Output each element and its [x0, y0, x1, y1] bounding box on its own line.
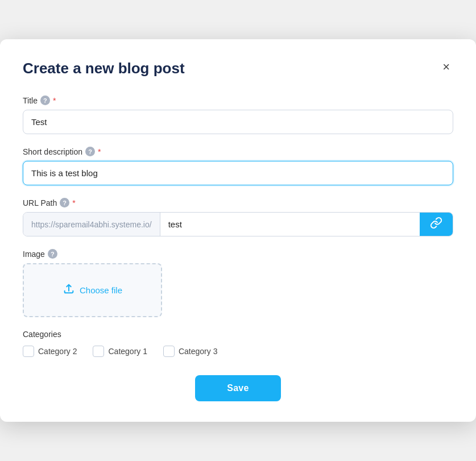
category-2-checkbox[interactable]	[23, 346, 34, 357]
url-path-help-icon[interactable]: ?	[60, 198, 69, 207]
title-group: Title ? *	[23, 95, 453, 134]
url-path-label: URL Path ? *	[23, 198, 453, 207]
image-label: Image ?	[23, 249, 453, 259]
url-path-required-star: *	[72, 198, 75, 207]
modal-title: Create a new blog post	[23, 60, 185, 77]
short-description-input[interactable]	[23, 161, 453, 185]
categories-label: Categories	[23, 330, 453, 339]
short-description-label-text: Short description	[23, 147, 82, 156]
save-button[interactable]: Save	[195, 375, 281, 401]
category-item-3[interactable]: Category 3	[163, 346, 217, 357]
short-description-group: Short description ? *	[23, 147, 453, 185]
title-label-text: Title	[23, 96, 38, 105]
footer-row: Save	[23, 375, 453, 401]
modal: Create a new blog post × Title ? * Short…	[0, 39, 476, 422]
short-description-required-star: *	[98, 147, 101, 156]
image-group: Image ? Choose file	[23, 249, 453, 317]
url-prefix: https://sparemail4abhi.systeme.io/	[23, 213, 160, 236]
categories-group: Categories Category 2 Category 1 Categor…	[23, 330, 453, 357]
title-help-icon[interactable]: ?	[40, 95, 50, 105]
url-path-group: URL Path ? * https://sparemail4abhi.syst…	[23, 198, 453, 236]
url-path-row: https://sparemail4abhi.systeme.io/	[23, 212, 453, 236]
url-link-button[interactable]	[420, 213, 453, 236]
category-2-label: Category 2	[38, 347, 77, 356]
modal-header: Create a new blog post ×	[23, 60, 453, 77]
url-path-input[interactable]	[160, 213, 420, 236]
short-description-label: Short description ? *	[23, 147, 453, 156]
category-3-checkbox[interactable]	[163, 346, 175, 357]
categories-row: Category 2 Category 1 Category 3	[23, 346, 453, 357]
image-label-text: Image	[23, 250, 45, 259]
title-required-star: *	[53, 96, 56, 105]
link-icon	[430, 217, 442, 232]
url-path-label-text: URL Path	[23, 198, 57, 207]
image-help-icon[interactable]: ?	[48, 249, 57, 259]
category-1-checkbox[interactable]	[93, 346, 104, 357]
close-button[interactable]: ×	[439, 60, 453, 74]
choose-file-text: Choose file	[80, 285, 122, 295]
title-input[interactable]	[23, 110, 453, 134]
category-item-1[interactable]: Category 1	[93, 346, 147, 357]
upload-icon	[63, 283, 75, 298]
category-item-2[interactable]: Category 2	[23, 346, 77, 357]
short-description-help-icon[interactable]: ?	[85, 147, 95, 156]
category-1-label: Category 1	[108, 347, 147, 356]
image-upload-area[interactable]: Choose file	[23, 263, 162, 317]
title-label: Title ? *	[23, 95, 453, 105]
category-3-label: Category 3	[179, 347, 217, 356]
